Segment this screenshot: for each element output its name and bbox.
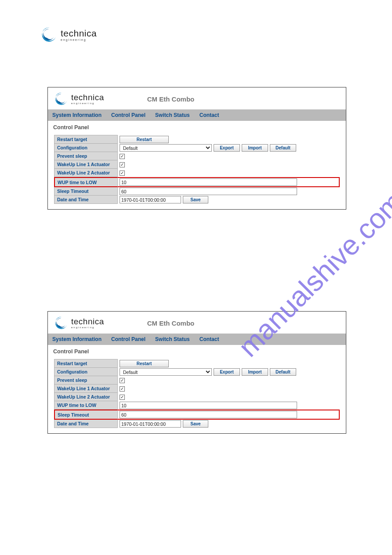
brand-name: technica [71,317,104,326]
label-sleep-timeout: Sleep Timeout [54,410,118,420]
export-button[interactable]: Export [214,144,240,152]
save-button[interactable]: Save [183,420,208,428]
label-wup-low: WUP time to LOW [54,401,118,410]
nav-switch-status[interactable]: Switch Status [155,112,190,118]
label-wakeup-2: WakeUp Line 2 Actuator [54,169,118,177]
brand-name: technica [61,29,97,38]
brand-tagline: engineering [71,326,104,329]
section-title: Control Panel [48,121,346,132]
label-wup-low: WUP time to LOW [54,177,118,187]
nav-control-panel[interactable]: Control Panel [111,112,145,118]
nav-control-panel[interactable]: Control Panel [111,336,145,342]
section-title: Control Panel [48,345,346,356]
brand-tagline: engineering [71,102,104,105]
panel-brand-logo: technica engineering [53,315,104,331]
brand-swirl-icon [53,91,69,107]
label-date-time: Date and Time [54,420,118,428]
label-prevent-sleep: Prevent sleep [54,152,118,160]
nav-system-information[interactable]: System Information [52,336,102,342]
wakeup-2-checkbox[interactable]: ✓ [120,170,125,176]
brand-name: technica [71,93,104,102]
app-title: CM Eth Combo [112,95,341,103]
label-configuration: Configuration [54,368,118,376]
export-button[interactable]: Export [214,368,240,376]
sleep-timeout-input[interactable] [120,188,297,195]
nav-contact[interactable]: Contact [200,336,219,342]
date-time-input[interactable] [120,420,181,428]
label-wakeup-2: WakeUp Line 2 Actuator [54,393,118,401]
nav-switch-status[interactable]: Switch Status [155,336,190,342]
wakeup-2-checkbox[interactable]: ✓ [120,395,125,400]
default-button[interactable]: Default [270,368,296,376]
page-brand-logo: technica engineering [40,25,97,44]
wakeup-1-checkbox[interactable]: ✓ [120,162,125,167]
brand-swirl-icon [40,25,58,44]
sleep-timeout-input[interactable] [120,411,297,418]
nav-contact[interactable]: Contact [200,112,219,118]
label-restart-target: Restart target [54,359,118,368]
app-title: CM Eth Combo [112,319,341,327]
label-wakeup-1: WakeUp Line 1 Actuator [54,385,118,393]
label-prevent-sleep: Prevent sleep [54,376,118,385]
prevent-sleep-checkbox[interactable]: ✓ [120,378,125,383]
panel-brand-logo: technica engineering [53,91,104,107]
configuration-select[interactable]: Default [120,144,212,152]
label-sleep-timeout: Sleep Timeout [54,187,118,196]
restart-button[interactable]: Restart [120,360,169,367]
save-button[interactable]: Save [183,196,208,203]
wup-low-input[interactable] [120,402,297,409]
label-configuration: Configuration [54,144,118,152]
label-date-time: Date and Time [54,196,118,204]
nav-system-information[interactable]: System Information [52,112,102,118]
import-button[interactable]: Import [242,144,268,152]
label-restart-target: Restart target [54,135,118,144]
brand-tagline: engineering [61,38,97,41]
label-wakeup-1: WakeUp Line 1 Actuator [54,160,118,169]
date-time-input[interactable] [120,196,181,203]
prevent-sleep-checkbox[interactable]: ✓ [120,154,125,159]
default-button[interactable]: Default [270,144,296,152]
wakeup-1-checkbox[interactable]: ✓ [120,386,125,392]
nav-bar: System Information Control Panel Switch … [48,334,346,345]
control-panel-screenshot-1: technica engineering CM Eth Combo System… [47,87,346,210]
brand-swirl-icon [53,315,69,331]
restart-button[interactable]: Restart [120,136,169,143]
nav-bar: System Information Control Panel Switch … [48,109,346,121]
wup-low-input[interactable] [120,178,297,186]
import-button[interactable]: Import [242,368,268,376]
configuration-select[interactable]: Default [120,368,212,376]
control-panel-screenshot-2: technica engineering CM Eth Combo System… [47,311,346,434]
